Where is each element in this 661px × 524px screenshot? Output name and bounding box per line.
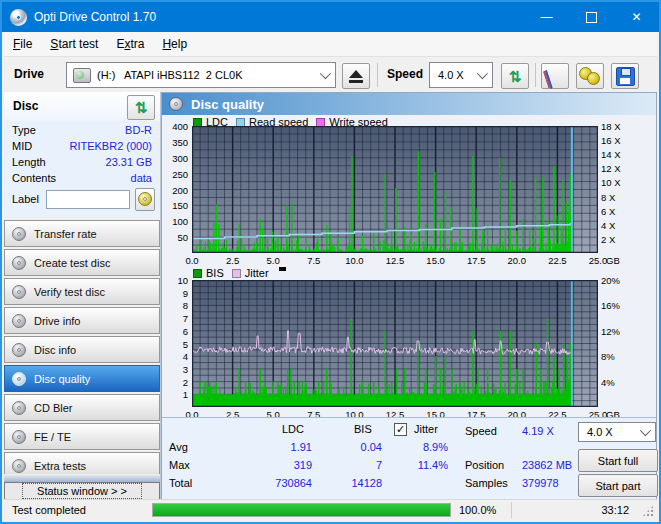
x-tick: 17.5 <box>464 255 488 266</box>
menu-item-file[interactable]: File <box>4 32 41 56</box>
status-window-button[interactable]: Status window > > <box>4 482 160 500</box>
sidebar: Disc ⇅ ContentsdataLength23.31 GBMIDRITE… <box>4 92 161 500</box>
chevron-down-icon <box>320 68 331 79</box>
label-input[interactable] <box>46 190 130 209</box>
y-left-tick: 4 <box>162 351 188 362</box>
start-part-button[interactable]: Start part <box>578 474 658 497</box>
y-right-tick: 4 X <box>601 220 615 231</box>
y-right-tick: 16% <box>601 300 620 311</box>
start-full-label: Start full <box>598 455 638 467</box>
disc-section-header: Disc ⇅ <box>4 92 160 122</box>
sidebar-item-create-test-disc[interactable]: Create test disc <box>4 249 160 276</box>
x-tick: 20.0 <box>505 255 529 266</box>
save-button[interactable] <box>611 63 639 89</box>
sidebar-item-label: Verify test disc <box>34 286 105 298</box>
status-window-button-label: Status window > > <box>23 484 141 498</box>
test-speed-select[interactable]: 4.0 X <box>578 422 656 442</box>
sidebar-item-fe-te[interactable]: FE / TE <box>4 423 160 450</box>
refresh-speeds-button[interactable]: ⇅ <box>501 63 529 89</box>
menu-bar: FileStart testExtraHelp <box>4 32 657 57</box>
speed-stat-value: 4.19 X <box>522 425 554 437</box>
y-left-tick: 5 <box>162 339 188 350</box>
start-full-button[interactable]: Start full <box>578 449 658 472</box>
jitter-avg: 8.9% <box>388 441 448 453</box>
disc-icon <box>12 459 26 473</box>
ldc-total: 730864 <box>252 477 312 489</box>
panel-title: Disc quality <box>191 97 264 112</box>
erase-disc-button[interactable] <box>541 63 569 89</box>
menu-item-help[interactable]: Help <box>153 32 196 56</box>
maximize-button[interactable] <box>569 2 614 32</box>
resize-grip[interactable] <box>642 505 654 517</box>
info-label: Length <box>12 156 46 172</box>
info-label: Contents <box>12 172 56 188</box>
ldc-avg: 1.91 <box>252 441 312 453</box>
rescan-disc-button[interactable]: ⇅ <box>127 95 155 120</box>
maximize-icon <box>586 12 597 23</box>
sidebar-item-disc-info[interactable]: Disc info <box>4 336 160 363</box>
disc-icon <box>12 256 26 270</box>
stats-panel: LDC BIS ✓ Jitter Speed 4.19 X Position 2… <box>162 417 656 499</box>
sidebar-item-label: CD Bler <box>34 402 73 414</box>
disc-icon <box>12 314 26 328</box>
y-left-tick: 9 <box>162 288 188 299</box>
x-tick: 10.0 <box>342 255 366 266</box>
elapsed-time: 33:12 <box>601 500 629 520</box>
sidebar-item-label: Disc quality <box>34 373 90 385</box>
x-tick: 2.5 <box>221 255 245 266</box>
eject-button[interactable] <box>342 63 370 89</box>
disc-section-title: Disc <box>13 99 38 113</box>
drive-label: Drive <box>14 67 44 81</box>
sidebar-item-transfer-rate[interactable]: Transfer rate <box>4 220 160 247</box>
legend-swatch <box>232 269 241 278</box>
drive-select[interactable]: (H:) ATAPI iHBS112 2 CL0K <box>66 62 336 88</box>
y-left-tick: 10 <box>162 275 188 286</box>
speed-stat-label: Speed <box>465 425 497 437</box>
eraser-icon <box>543 66 566 85</box>
main-panel: Disc quality LDCRead speedWrite speed BI… <box>161 92 657 500</box>
disc-icon <box>12 430 26 444</box>
menu-item-start-test[interactable]: Start test <box>41 32 107 56</box>
info-value: data <box>131 172 152 188</box>
sidebar-item-label: FE / TE <box>34 431 71 443</box>
disc-utilities-button[interactable] <box>576 63 604 89</box>
y-right-tick: 4% <box>601 377 615 388</box>
sidebar-item-label: Transfer rate <box>34 228 97 240</box>
legend-label: Jitter <box>245 267 269 279</box>
minimize-button[interactable]: — <box>524 2 569 32</box>
y-left-tick: 2 <box>162 377 188 388</box>
progress-percent: 100.0% <box>459 500 496 520</box>
jitter-max: 11.4% <box>388 459 448 471</box>
x-tick: 0.0 <box>180 255 204 266</box>
window-title: Opti Drive Control 1.70 <box>34 10 156 24</box>
speed-select[interactable]: 4.0 X <box>429 62 493 88</box>
close-button[interactable]: ✕ <box>614 2 659 32</box>
bis-column-header: BIS <box>354 423 372 435</box>
chevron-down-icon <box>640 425 651 436</box>
sidebar-item-label: Disc info <box>34 344 76 356</box>
disc-info-row-length: Length23.31 GB <box>12 156 152 172</box>
write-label-button[interactable] <box>135 188 155 211</box>
speed-label: Speed <box>387 67 423 81</box>
sidebar-nav: Transfer rateCreate test discVerify test… <box>4 220 160 481</box>
info-label: MID <box>12 140 32 156</box>
x-axis-unit: GB <box>606 255 620 266</box>
disc-icon <box>12 227 26 241</box>
y-left-tick: 150 <box>162 200 188 211</box>
sidebar-item-cd-bler[interactable]: CD Bler <box>4 394 160 421</box>
disc-quality-icon <box>169 97 183 111</box>
jitter-checkbox[interactable]: ✓ <box>394 423 407 436</box>
disc-icon <box>12 343 26 357</box>
sidebar-item-drive-info[interactable]: Drive info <box>4 307 160 334</box>
chevron-down-icon <box>477 68 488 79</box>
y-left-tick: 8 <box>162 300 188 311</box>
samples-stat-label: Samples <box>465 477 508 489</box>
sidebar-item-verify-test-disc[interactable]: Verify test disc <box>4 278 160 305</box>
menu-item-extra[interactable]: Extra <box>107 32 153 56</box>
samples-stat-value: 379978 <box>522 477 559 489</box>
y-right-tick: 18 X <box>601 121 621 132</box>
y-left-tick: 300 <box>162 153 188 164</box>
refresh-icon: ⇅ <box>509 69 522 84</box>
y-right-tick: 16 X <box>601 135 621 146</box>
sidebar-item-disc-quality[interactable]: Disc quality <box>4 365 160 392</box>
